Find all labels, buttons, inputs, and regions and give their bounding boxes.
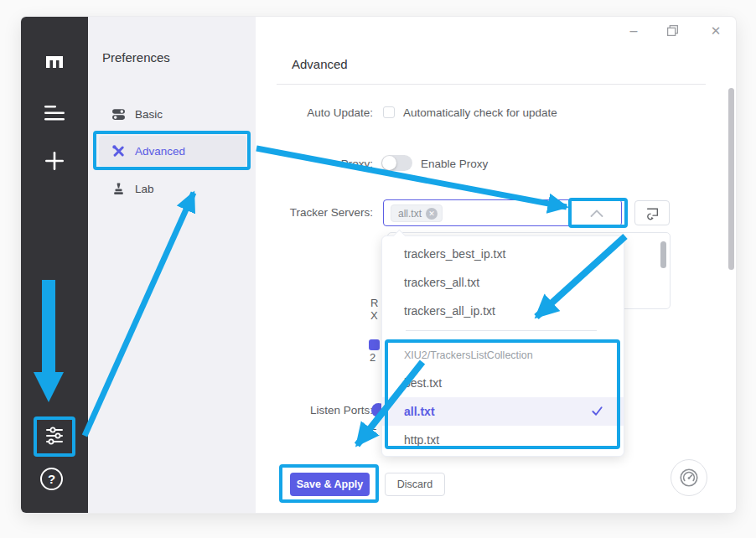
task-list-icon[interactable] [44,104,65,122]
dropdown-group-label: XIU2/TrackersListCollection [404,349,533,361]
sidebar-item-advanced[interactable]: Advanced [99,136,246,166]
chevron-up-icon[interactable] [590,209,603,218]
sidebar-item-label: Lab [135,183,154,195]
sidebar-item-label: Advanced [135,145,185,158]
help-icon[interactable]: ? [40,468,63,490]
dropdown-item[interactable]: trackers_all.txt [382,268,624,297]
preferences-title: Preferences [102,50,170,65]
proxy-label: Proxy: [226,158,373,170]
minimize-button[interactable]: – [623,20,645,42]
proxy-toggle-label[interactable]: Enable Proxy [421,158,488,170]
toggle-knob [382,156,396,170]
app-window: ? Preferences Basic Advanced [21,17,736,513]
sidebar-item-label: Basic [135,108,163,121]
clipped-text-fragment: R [370,297,378,309]
clipped-text-fragment: X [370,309,378,322]
auto-update-checkbox-label[interactable]: Automatically check for update [403,106,557,119]
dropdown-item-selected[interactable]: all.txt [382,397,624,426]
toggles-icon [111,107,126,122]
dropdown-item[interactable]: trackers_best_ip.txt [382,240,624,268]
listen-ports-label: Listen Ports: [226,404,373,416]
app-sidebar: ? [21,17,88,513]
clipped-text-fragment: 2 [370,351,375,364]
auto-update-checkbox[interactable] [383,106,395,118]
sync-trackers-button[interactable] [634,200,670,225]
tag-label: all.txt [398,208,422,220]
sidebar-item-basic[interactable]: Basic [99,99,246,129]
dropdown-divider [406,330,597,331]
maximize-button[interactable] [666,24,679,37]
tools-icon [111,144,126,158]
tracker-servers-label: Tracker Servers: [226,206,373,219]
auto-update-label: Auto Update: [226,106,373,119]
selected-tracker-tag: all.txt ✕ [391,204,443,222]
tracker-dropdown: trackers_best_ip.txt trackers_all.txt tr… [381,235,624,457]
textarea-scrollbar[interactable] [660,241,666,268]
dropdown-item[interactable]: http.txt [382,426,624,454]
check-icon [591,405,603,417]
main-scrollbar[interactable] [728,88,734,270]
dropdown-item[interactable]: trackers_all_ip.txt [382,297,624,325]
lab-stamp-icon [111,182,126,196]
discard-button[interactable]: Discard [385,473,445,496]
speedometer-icon [678,467,700,489]
clipped-text-fragment: E [370,427,377,439]
preferences-panel: Preferences Basic Advanced [88,17,256,513]
speed-limit-button[interactable] [671,459,707,496]
add-task-icon[interactable] [44,150,65,172]
motrix-logo-icon [41,49,68,75]
preferences-sliders-icon[interactable] [44,426,65,446]
tracker-servers-select[interactable]: all.txt ✕ [383,199,622,226]
close-button[interactable]: ✕ [705,20,727,42]
save-apply-button[interactable]: Save & Apply [290,473,370,496]
proxy-toggle[interactable] [381,155,412,171]
clipped-checkbox [369,339,380,350]
sidebar-item-lab[interactable]: Lab [99,173,246,204]
dropdown-item[interactable]: best.txt [382,369,624,397]
sync-icon [645,206,660,220]
dropdown-item-label: all.txt [404,405,435,418]
title-divider [277,84,706,85]
page-title: Advanced [292,57,348,71]
tag-close-icon[interactable]: ✕ [426,208,438,220]
